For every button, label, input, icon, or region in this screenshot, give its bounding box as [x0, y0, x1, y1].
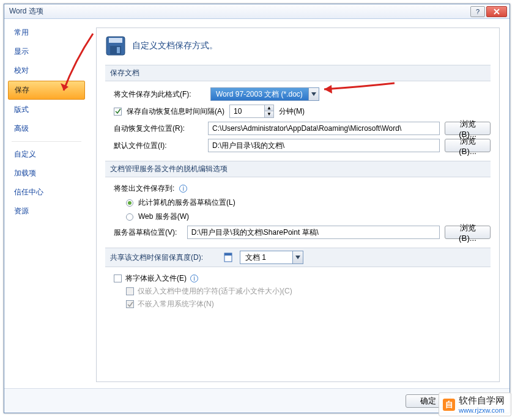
embed-fonts-label: 将字体嵌入文件(E) [125, 273, 187, 284]
autosave-interval[interactable]: ▲▼ [229, 105, 274, 118]
save-format-value: Word 97-2003 文档 (*.doc) [210, 87, 308, 101]
draft-path-input[interactable] [187, 226, 440, 239]
chevron-down-icon [308, 87, 319, 101]
save-format-dropdown[interactable]: Word 97-2003 文档 (*.doc) [210, 87, 319, 101]
row-draft-path: 服务器草稿位置(V): 浏览(B)... [114, 226, 491, 239]
browse-recover-button[interactable]: 浏览(B)... [445, 122, 491, 135]
close-button[interactable] [486, 6, 507, 17]
fidelity-doc-value: 文档 1 [240, 251, 292, 264]
row-saveto-label: 将签出文件保存到: i [114, 183, 491, 194]
row-save-format: 将文件保存为此格式(F): Word 97-2003 文档 (*.doc) [114, 87, 491, 101]
window-title: Word 选项 [9, 6, 470, 17]
titlebar: Word 选项 ? [4, 4, 509, 19]
sidebar-item-common[interactable]: 常用 [8, 24, 85, 42]
info-icon[interactable]: i [190, 274, 198, 282]
sidebar-item-layout[interactable]: 版式 [8, 101, 85, 119]
watermark: 自 软件自学网 www.rjzxw.com [439, 392, 511, 416]
content: 自定义文档保存方式。 保存文档 将文件保存为此格式(F): Word 97-20… [89, 19, 509, 388]
sidebar-item-save[interactable]: 保存 [8, 81, 85, 100]
radio-local-label: 此计算机的服务器草稿位置(L) [138, 197, 235, 208]
svg-rect-1 [109, 38, 122, 43]
sidebar-item-addins[interactable]: 加载项 [8, 164, 85, 182]
recover-label: 自动恢复文件位置(R): [114, 123, 203, 134]
sidebar-item-proofing[interactable]: 校对 [8, 62, 85, 79]
sidebar-item-customize[interactable]: 自定义 [8, 146, 85, 163]
row-recover-path: 自动恢复文件位置(R): 浏览(B)... [114, 122, 491, 135]
watermark-url: www.rjzxw.com [459, 407, 505, 414]
sidebar: 常用 显示 校对 保存 版式 高级 自定义 加载项 信任中心 资源 [4, 19, 89, 388]
row-default-path: 默认文件位置(I): 浏览(B)... [114, 139, 491, 152]
embed-used-label: 仅嵌入文档中使用的字符(适于减小文件大小)(C) [138, 286, 292, 297]
autosave-value[interactable] [229, 105, 265, 118]
save-header-icon [105, 35, 126, 56]
page-header: 自定义文档保存方式。 [105, 35, 491, 56]
recover-path-input[interactable] [208, 122, 440, 135]
minutes-label: 分钟(M) [279, 106, 305, 117]
embed-fonts-checkbox[interactable] [114, 274, 122, 282]
close-icon [494, 9, 500, 15]
spinner[interactable]: ▲▼ [265, 105, 274, 118]
radio-web[interactable] [126, 213, 133, 221]
watermark-logo-icon: 自 [443, 399, 455, 411]
browse-draft-button[interactable]: 浏览(B)... [445, 226, 491, 239]
radio-web-label: Web 服务器(W) [138, 212, 189, 222]
svg-rect-5 [224, 253, 232, 256]
save-format-label: 将文件保存为此格式(F): [114, 89, 206, 100]
section-fidelity: 共享该文档时保留保真度(D): 文档 1 [105, 248, 491, 267]
default-label: 默认文件位置(I): [114, 141, 203, 151]
page-title: 自定义文档保存方式。 [132, 40, 218, 51]
sidebar-item-advanced[interactable]: 高级 [8, 120, 85, 138]
draft-label: 服务器草稿位置(V): [114, 227, 182, 238]
sidebar-item-display[interactable]: 显示 [8, 43, 85, 61]
skip-system-label: 不嵌入常用系统字体(N) [138, 299, 214, 309]
embed-used-checkbox [126, 287, 134, 295]
sidebar-item-resources[interactable]: 资源 [8, 202, 85, 220]
section-offline: 文档管理服务器文件的脱机编辑选项 [105, 161, 491, 177]
fidelity-label: 共享该文档时保留保真度(D): [110, 252, 203, 263]
content-panel: 自定义文档保存方式。 保存文档 将文件保存为此格式(F): Word 97-20… [96, 28, 500, 382]
row-radio-local: 此计算机的服务器草稿位置(L) [126, 197, 491, 208]
separator [12, 141, 81, 142]
watermark-brand: 软件自学网 [459, 395, 505, 407]
svg-rect-3 [117, 47, 120, 53]
row-embed-fonts: 将字体嵌入文件(E) i [114, 273, 491, 284]
row-skip-system: 不嵌入常用系统字体(N) [126, 299, 491, 309]
dialog-body: 常用 显示 校对 保存 版式 高级 自定义 加载项 信任中心 资源 [4, 19, 509, 388]
radio-local[interactable] [126, 199, 133, 207]
autosave-label: 保存自动恢复信息时间间隔(A) [127, 106, 224, 117]
row-autosave: 保存自动恢复信息时间间隔(A) ▲▼ 分钟(M) [114, 105, 491, 118]
row-radio-web: Web 服务器(W) [126, 212, 491, 222]
row-embed-used-only: 仅嵌入文档中使用的字符(适于减小文件大小)(C) [126, 286, 491, 297]
section-save-docs: 保存文档 [105, 65, 491, 81]
browse-default-button[interactable]: 浏览(B)... [445, 139, 491, 152]
window-buttons: ? [470, 6, 507, 17]
dialog-footer: 确定 取消 [4, 388, 509, 413]
skip-system-checkbox [126, 300, 134, 308]
saveto-label: 将签出文件保存到: [114, 183, 174, 194]
default-path-input[interactable] [208, 139, 440, 152]
document-icon [223, 252, 234, 263]
fidelity-doc-dropdown[interactable]: 文档 1 [240, 251, 303, 264]
sidebar-item-trust[interactable]: 信任中心 [8, 183, 85, 201]
options-dialog: Word 选项 ? 常用 显示 校对 保存 版式 高级 自定义 加载项 信任中心… [4, 4, 510, 413]
info-icon[interactable]: i [179, 185, 187, 193]
autosave-checkbox[interactable] [114, 108, 122, 116]
help-button[interactable]: ? [470, 6, 485, 17]
chevron-down-icon [292, 251, 303, 264]
